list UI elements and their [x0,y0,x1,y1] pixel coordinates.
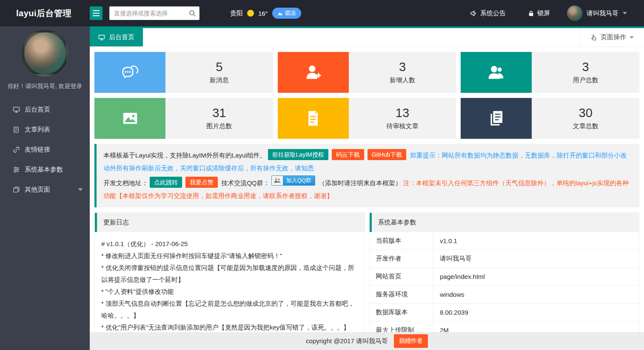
page-operations-dropdown[interactable]: 页面操作 [580,28,644,46]
join-qq-group-button[interactable]: 加入QQ群 [271,175,315,186]
announcement-label: 系统公告 [480,9,506,17]
username: 请叫我马哥 [587,9,618,17]
sidebar: 你好！请叫我马哥, 欢迎登录 后台首页 文章列表 友情链接 [0,26,90,350]
system-params-table: 当前版本 v1.0.1 开发作者 请叫我马哥 网站首页 page/index.h… [370,232,639,332]
table-row: 服务器环境 windows [370,286,639,304]
sidebar-item-system-params[interactable]: 系统基本参数 [0,160,90,180]
like-button[interactable]: 我要点赞 [185,177,218,188]
stat-value: 30 [579,106,593,120]
param-value: windows [433,286,639,304]
param-value: v1.0.1 [433,232,639,250]
monitor-icon [13,106,20,113]
monitor-icon [98,34,105,41]
lock-label: 锁屏 [537,9,550,17]
sidebar-item-label: 其他页面 [25,186,50,194]
stat-label: 待审核文章 [386,122,418,130]
tab-bar: 后台首页 页面操作 [90,26,644,47]
param-label: 数据库版本 [370,304,433,321]
param-value: page/index.html [433,268,639,286]
github-download-button[interactable]: GitHub下载 [368,149,407,160]
param-label: 服务器环境 [370,286,433,304]
header-actions: 系统公告 锁屏 请叫我马哥 [459,0,644,26]
page-operations-label: 页面操作 [601,33,626,41]
donate-button[interactable]: 捐赠作者 [394,334,428,348]
profile-avatar[interactable] [22,30,68,77]
lock-screen-button[interactable]: 锁屏 [517,0,561,26]
tab-label: 后台首页 [109,33,134,41]
changelog-body: # v1.0.1（优化） - 2017-06-25 * 修改刚进入页面无任何操作… [95,232,365,332]
layim-auth-button[interactable]: 前往获取LayIM授权 [268,149,328,160]
chevron-down-icon [630,36,634,39]
settings-icon [13,166,20,173]
stat-card-total-images[interactable]: 31 图片总数 [94,98,273,139]
stat-label: 用户总数 [573,76,598,84]
qq-group-label: 技术交流QQ群： [221,179,269,186]
image-icon [94,98,165,139]
table-row: 最大上传限制 2M [370,321,639,333]
search-icon[interactable] [188,9,196,17]
stat-card-pending-articles[interactable]: 13 待审核文章 [278,98,456,139]
user-menu[interactable]: 请叫我马哥 [561,0,644,26]
lock-icon [528,10,534,17]
stat-cards: 5 新消息 3 新增人数 [94,52,639,139]
param-value: 8.00.2039 [433,304,639,321]
chevron-down-icon [623,12,627,14]
sidebar-item-other-pages[interactable]: 其他页面 [0,180,90,200]
tab-home[interactable]: 后台首页 [90,28,143,46]
sidebar-item-label: 友情链接 [25,146,50,154]
sidebar-item-label: 后台首页 [25,106,50,114]
stat-label: 文章总数 [573,122,598,130]
stat-value: 5 [216,60,222,74]
stat-value: 31 [212,106,226,120]
weather-city: 贵阳 [230,9,243,17]
sun-icon [247,10,254,17]
hand-pointer-icon [590,34,597,41]
weather-widget: 贵阳 16° 霜冻 [230,8,301,19]
sidebar-item-home[interactable]: 后台首页 [0,100,90,120]
top-header: layui后台管理 贵阳 16° 霜冻 [0,0,644,26]
frost-icon [277,11,283,16]
notice-block: 本模板基于Layui实现，支持除LayIM外所有的Layui组件。前往获取Lay… [94,144,639,207]
chevron-down-icon [78,188,83,191]
sidebar-nav: 后台首页 文章列表 友情链接 系统基本参数 [0,100,90,200]
welcome-text: 你好！请叫我马哥, 欢迎登录 [0,83,90,90]
stat-value: 13 [396,106,409,120]
chat-icon [94,52,165,93]
hamburger-menu-button[interactable] [90,6,103,20]
weather-condition-badge[interactable]: 霜冻 [272,8,301,19]
doc-jump-button[interactable]: 点此跳转 [150,177,182,188]
file-text-icon [278,98,349,139]
stat-label: 图片总数 [206,122,232,130]
copyright-text: copyright @2017 请叫我马哥 [306,337,388,345]
dashboard-body: 5 新消息 3 新增人数 [90,47,644,332]
qq-badge-label: 加入QQ群 [283,176,315,185]
gitee-download-button[interactable]: 码云下载 [332,149,364,160]
app-logo: layui后台管理 [0,8,90,19]
system-announcement-button[interactable]: 系统公告 [459,0,517,26]
qq-note: （添加时请注明来自本框架） [319,179,402,186]
main-content: 后台首页 页面操作 5 新消息 [90,26,644,350]
changelog-line: * 优化"用户列表"无法查询到新添加的用户【竟然是因为我把key值写错了，该死。… [101,321,358,332]
stat-card-total-articles[interactable]: 30 文章总数 [461,98,639,139]
quick-search [109,6,199,20]
user-avatar [567,6,582,21]
param-label: 开发作者 [370,250,433,268]
stat-card-new-users[interactable]: 3 新增人数 [278,52,456,93]
doc-address-label: 开发文档地址： [103,179,148,186]
stat-card-total-users[interactable]: 3 用户总数 [461,52,639,93]
table-row: 数据库版本 8.00.2039 [370,304,639,321]
changelog-title: 更新日志 [95,213,365,232]
param-label: 网站首页 [370,268,433,286]
table-row: 当前版本 v1.0.1 [370,232,639,250]
qq-avatars-icon [272,176,283,185]
page-footer: copyright @2017 请叫我马哥 捐赠作者 [90,332,644,350]
table-row: 网站首页 page/index.html [370,268,639,286]
link-icon [13,146,20,153]
weather-condition: 霜冻 [285,9,296,17]
search-input[interactable] [109,6,199,20]
sidebar-item-links[interactable]: 友情链接 [0,140,90,160]
stat-card-new-messages[interactable]: 5 新消息 [94,52,273,93]
param-value: 2M [433,321,639,333]
sidebar-item-articles[interactable]: 文章列表 [0,120,90,140]
system-params-title: 系统基本参数 [370,213,639,232]
